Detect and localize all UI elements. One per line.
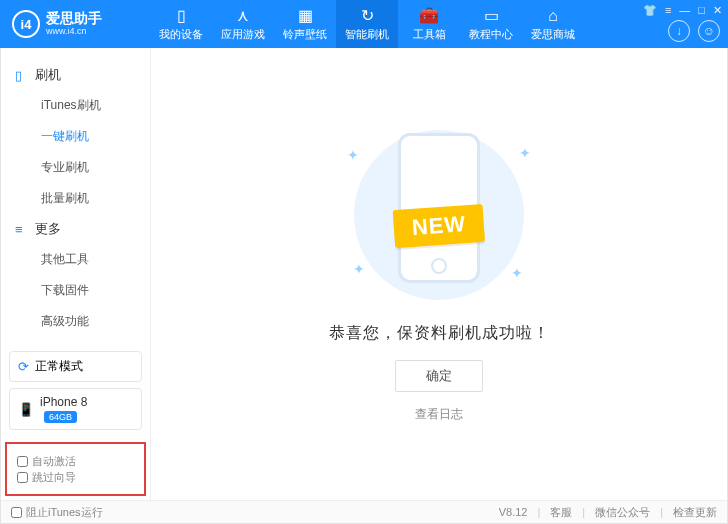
close-icon[interactable]: ✕ <box>713 4 722 17</box>
sidebar-item-itunes-flash[interactable]: iTunes刷机 <box>1 90 150 121</box>
minimize-icon[interactable]: ― <box>679 4 690 17</box>
nav-ringtone[interactable]: ▦铃声壁纸 <box>274 0 336 48</box>
mode-label: 正常模式 <box>35 358 83 375</box>
sidebar-group-more[interactable]: ≡ 更多 <box>1 214 150 244</box>
app-url: www.i4.cn <box>46 27 102 37</box>
top-nav: ▯我的设备 ⋏应用游戏 ▦铃声壁纸 ↻智能刷机 🧰工具箱 ▭教程中心 ⌂爱思商城 <box>150 0 584 48</box>
mode-icon: ⟳ <box>18 359 29 374</box>
sparkle-icon: ✦ <box>519 145 531 161</box>
success-illustration: NEW ✦ ✦ ✦ ✦ <box>329 125 549 305</box>
device-name: iPhone 8 <box>40 395 87 409</box>
sidebar-item-pro-flash[interactable]: 专业刷机 <box>1 152 150 183</box>
nav-apps[interactable]: ⋏应用游戏 <box>212 0 274 48</box>
sidebar: ▯ 刷机 iTunes刷机 一键刷机 专业刷机 批量刷机 ≡ 更多 其他工具 下… <box>1 48 151 500</box>
download-icon[interactable]: ↓ <box>668 20 690 42</box>
window-controls: 👕 ≡ ― □ ✕ <box>643 4 722 17</box>
nav-device[interactable]: ▯我的设备 <box>150 0 212 48</box>
device-icon: ▯ <box>15 68 29 83</box>
more-icon: ≡ <box>15 222 29 237</box>
apps-icon: ⋏ <box>237 7 249 25</box>
skin-icon[interactable]: 👕 <box>643 4 657 17</box>
main-content: NEW ✦ ✦ ✦ ✦ 恭喜您，保资料刷机成功啦！ 确定 查看日志 <box>151 48 727 500</box>
new-ribbon: NEW <box>393 204 486 248</box>
app-header: i4 爱思助手 www.i4.cn ▯我的设备 ⋏应用游戏 ▦铃声壁纸 ↻智能刷… <box>0 0 728 48</box>
header-right: ↓ ☺ <box>668 20 720 42</box>
sidebar-item-download-fw[interactable]: 下载固件 <box>1 275 150 306</box>
nav-store[interactable]: ⌂爱思商城 <box>522 0 584 48</box>
phone-icon: ▯ <box>177 7 186 25</box>
user-icon[interactable]: ☺ <box>698 20 720 42</box>
sidebar-group-flash[interactable]: ▯ 刷机 <box>1 60 150 90</box>
refresh-icon: ↻ <box>361 7 374 25</box>
sidebar-item-other-tools[interactable]: 其他工具 <box>1 244 150 275</box>
success-message: 恭喜您，保资料刷机成功啦！ <box>329 323 550 344</box>
sparkle-icon: ✦ <box>511 265 523 281</box>
status-bar: 阻止iTunes运行 V8.12 | 客服 | 微信公众号 | 检查更新 <box>0 500 728 524</box>
sparkle-icon: ✦ <box>353 261 365 277</box>
block-itunes-check[interactable]: 阻止iTunes运行 <box>11 505 103 520</box>
iphone-icon: 📱 <box>18 402 34 417</box>
menu-icon[interactable]: ≡ <box>665 4 671 17</box>
book-icon: ▭ <box>484 7 499 25</box>
bottom-options: 自动激活 跳过向导 <box>5 442 146 496</box>
toolbox-icon: 🧰 <box>419 7 439 25</box>
nav-flash[interactable]: ↻智能刷机 <box>336 0 398 48</box>
auto-activate-check[interactable]: 自动激活 <box>17 454 76 469</box>
logo-area: i4 爱思助手 www.i4.cn <box>0 10 150 38</box>
skip-guide-check[interactable]: 跳过向导 <box>17 470 76 485</box>
nav-tutorial[interactable]: ▭教程中心 <box>460 0 522 48</box>
sidebar-item-onekey-flash[interactable]: 一键刷机 <box>1 121 150 152</box>
wallpaper-icon: ▦ <box>298 7 313 25</box>
maximize-icon[interactable]: □ <box>698 4 705 17</box>
sidebar-item-advanced[interactable]: 高级功能 <box>1 306 150 337</box>
logo-icon: i4 <box>12 10 40 38</box>
mode-box[interactable]: ⟳ 正常模式 <box>9 351 142 382</box>
view-log-link[interactable]: 查看日志 <box>415 406 463 423</box>
version-label: V8.12 <box>499 506 528 518</box>
nav-toolbox[interactable]: 🧰工具箱 <box>398 0 460 48</box>
update-link[interactable]: 检查更新 <box>673 505 717 520</box>
sparkle-icon: ✦ <box>347 147 359 163</box>
store-icon: ⌂ <box>548 7 558 25</box>
support-link[interactable]: 客服 <box>550 505 572 520</box>
app-title: 爱思助手 <box>46 11 102 26</box>
sidebar-item-batch-flash[interactable]: 批量刷机 <box>1 183 150 214</box>
ok-button[interactable]: 确定 <box>395 360 483 392</box>
wechat-link[interactable]: 微信公众号 <box>595 505 650 520</box>
device-box[interactable]: 📱 iPhone 8 64GB <box>9 388 142 430</box>
storage-badge: 64GB <box>44 411 77 423</box>
